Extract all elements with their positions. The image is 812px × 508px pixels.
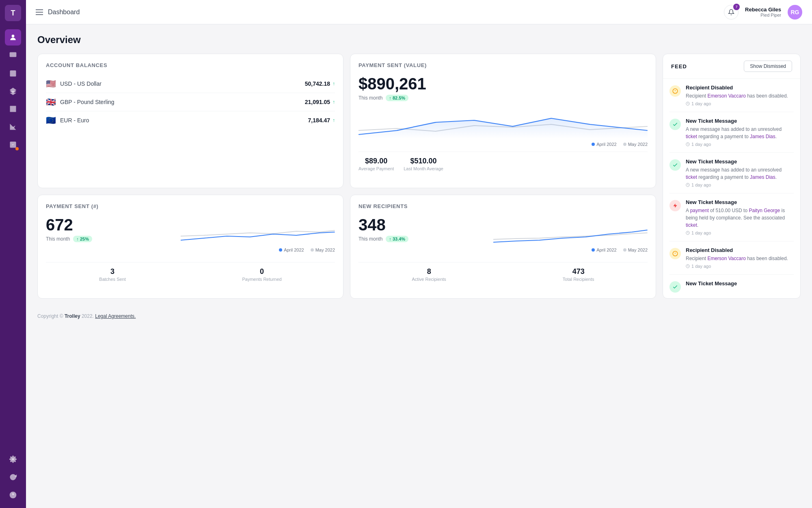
feed-time-4: 1 day ago (686, 230, 794, 235)
avatar[interactable]: RG (788, 5, 802, 20)
eu-flag-icon: 🇪🇺 (46, 115, 56, 125)
sidebar-item-chart[interactable] (5, 119, 21, 135)
new-recipients-count: 348 (358, 216, 487, 234)
feed-content-4: New Ticket Message A payment of 510.00 U… (686, 199, 794, 235)
payment-num-badge: ↑ 25% (73, 236, 92, 242)
sidebar-item-table[interactable] (5, 101, 21, 117)
feed-content-6: New Ticket Message (686, 280, 794, 293)
feed-icon-3 (669, 159, 681, 171)
feed-time-5: 1 day ago (686, 264, 794, 269)
account-balances-card: Account Balances 🇺🇸 USD - US Dollar 50,7… (37, 54, 343, 188)
balance-list: 🇺🇸 USD - US Dollar 50,742.18 ↑ 🇬🇧 GBP - … (46, 75, 335, 129)
new-recipients-legend: April 2022 May 2022 (493, 247, 648, 252)
eur-amount: 7,184.47 (308, 117, 330, 124)
menu-button[interactable] (36, 9, 43, 15)
feed-header: FEED Show Dismissed (663, 54, 800, 79)
sidebar-item-monitor[interactable] (5, 47, 21, 63)
feed-item-title-5: Recipient Disabled (686, 247, 794, 253)
payment-value-amount: $890,261 (358, 75, 648, 93)
notification-badge: 7 (733, 4, 740, 10)
usd-label: USD - US Dollar (60, 80, 102, 87)
sidebar-item-settings[interactable] (5, 451, 21, 467)
feed-title: FEED (671, 63, 687, 69)
balance-row-usd: 🇺🇸 USD - US Dollar 50,742.18 ↑ (46, 75, 335, 93)
legend-may: May 2022 (623, 142, 648, 147)
feed-item-text-4: A payment of 510.00 USD to Paityn George… (686, 207, 794, 229)
payment-sent-value-card: Payment Sent (Value) $890,261 This month… (350, 54, 656, 188)
payment-value-stats: $89.00 Average Payment $510.00 Last Mont… (358, 152, 648, 171)
sidebar-item-overview[interactable] (5, 29, 21, 46)
new-recipients-month-row: This month ↑ 33.4% (358, 236, 487, 242)
footer-copyright: Copyright © Trolley 2022. (37, 313, 95, 319)
payment-num-month-label: This month (46, 236, 70, 242)
main-area: Dashboard 7 Rebecca Giles Pied Piper RG … (26, 0, 812, 508)
payment-num-stats: 3 Batches Sent 0 Payments Returned (46, 262, 335, 282)
payment-value-legend: April 2022 May 2022 (358, 142, 648, 147)
feed-link-payment-4[interactable]: payment (690, 208, 709, 213)
feed-icon-6 (669, 281, 681, 293)
feed-item-text-5: Recipient Emerson Vaccaro has been disab… (686, 255, 794, 262)
svg-rect-2 (10, 70, 16, 76)
show-dismissed-button[interactable]: Show Dismissed (744, 61, 792, 72)
batches-sent-stat: 3 Batches Sent (99, 267, 125, 282)
header-left: Dashboard (36, 9, 80, 16)
footer-legal-link[interactable]: Legal Agreements. (95, 313, 136, 319)
svg-point-0 (12, 35, 15, 37)
total-recipients-stat: 473 Total Recipients (563, 267, 594, 282)
feed-link-ticket-4[interactable]: ticket (686, 222, 697, 228)
feed-link-james-2[interactable]: James Dias (750, 134, 775, 139)
header-right: 7 Rebecca Giles Pied Piper RG (724, 5, 802, 20)
feed-link-emerson-5[interactable]: Emerson Vaccaro (707, 256, 745, 261)
feed-time-1: 1 day ago (686, 101, 794, 106)
feed-content-5: Recipient Disabled Recipient Emerson Vac… (686, 247, 794, 269)
svg-rect-1 (10, 52, 17, 57)
batches-sent-val: 3 (99, 267, 125, 276)
avg-payment-label: Average Payment (358, 166, 394, 171)
feed-item-text-1: Recipient Emerson Vaccaro has been disab… (686, 92, 794, 100)
sidebar-item-calendar[interactable] (5, 65, 21, 81)
legend-may-dot (623, 143, 626, 146)
new-recipients-chart: April 2022 May 2022 (493, 216, 648, 257)
active-recipients-stat: 8 Active Recipients (412, 267, 446, 282)
payment-num-month-row: This month ↑ 25% (46, 236, 174, 242)
payments-returned-stat: 0 Payments Returned (242, 267, 281, 282)
footer-brand: Trolley (65, 313, 80, 319)
balance-row-eur: 🇪🇺 EUR - Euro 7,184.47 ↑ (46, 111, 335, 129)
feed-item-2: New Ticket Message A new message has add… (669, 112, 794, 153)
active-recipients-label: Active Recipients (412, 277, 446, 282)
legend-april-label: April 2022 (596, 142, 617, 147)
feed-content-1: Recipient Disabled Recipient Emerson Vac… (686, 85, 794, 106)
feed-link-ticket-2[interactable]: ticket (686, 134, 697, 139)
sidebar-item-layers[interactable] (5, 83, 21, 99)
payment-sent-value-title: Payment Sent (Value) (358, 62, 648, 68)
feed-link-james-3[interactable]: James Dias (750, 174, 775, 180)
legend-april: April 2022 (592, 142, 617, 147)
legend-may-label: May 2022 (628, 142, 648, 147)
user-company: Pied Piper (745, 13, 781, 17)
notification-button[interactable]: 7 (724, 5, 739, 20)
gbp-amount-group: 21,091.05 ↑ (305, 99, 335, 105)
payments-returned-val: 0 (242, 267, 281, 276)
payment-value-chart (358, 106, 648, 139)
user-name: Rebecca Giles (745, 7, 781, 13)
feed-link-ticket-3[interactable]: ticket (686, 174, 697, 180)
batches-sent-label: Batches Sent (99, 277, 125, 282)
feed-item-title-6: New Ticket Message (686, 280, 794, 287)
feed-link-paityn-4[interactable]: Paityn George (749, 208, 780, 213)
sidebar-item-help[interactable] (5, 487, 21, 503)
last-month-avg-stat: $510.00 Last Month Average (404, 157, 443, 171)
new-recipients-stats: 8 Active Recipients 473 Total Recipients (358, 262, 648, 282)
total-recipients-label: Total Recipients (563, 277, 594, 282)
page-title: Overview (37, 34, 801, 46)
sidebar-bottom (5, 451, 21, 503)
feed-item-4: New Ticket Message A payment of 510.00 U… (669, 193, 794, 241)
payments-returned-label: Payments Returned (242, 277, 281, 282)
sidebar-item-tasks[interactable] (5, 137, 21, 153)
account-balances-title: Account Balances (46, 62, 335, 68)
legend-april-dot (592, 143, 595, 146)
sidebar-logo[interactable]: T (5, 5, 21, 21)
sidebar-item-refresh[interactable] (5, 469, 21, 485)
feed-link-emerson-1[interactable]: Emerson Vaccaro (707, 93, 745, 99)
avg-payment-stat: $89.00 Average Payment (358, 157, 394, 171)
last-month-avg-val: $510.00 (404, 157, 443, 165)
